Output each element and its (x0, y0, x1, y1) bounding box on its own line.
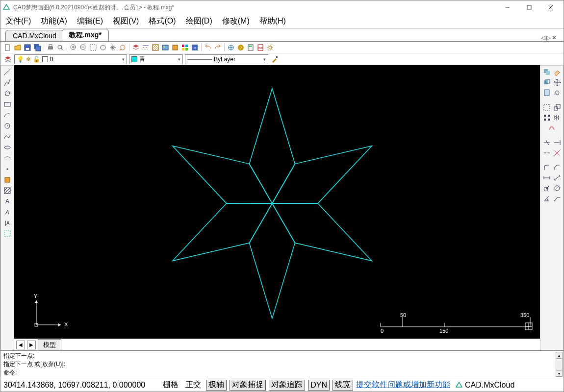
dimension-linear-icon[interactable] (542, 173, 551, 182)
scale-icon[interactable] (553, 103, 562, 112)
dimension-radius-icon[interactable] (542, 184, 551, 193)
spline-tool-icon[interactable] (3, 132, 12, 141)
dyn-toggle[interactable]: DYN (308, 380, 330, 391)
mirror-icon[interactable] (553, 113, 562, 122)
circle-tool-icon[interactable] (3, 122, 12, 130)
copy-clip-icon[interactable] (542, 68, 551, 76)
properties-icon[interactable] (180, 43, 189, 52)
regen-icon[interactable] (118, 43, 127, 52)
maximize-button[interactable] (518, 0, 540, 14)
settings-icon[interactable] (266, 43, 275, 52)
chamfer-icon[interactable] (553, 163, 562, 172)
rotate-icon[interactable] (553, 88, 562, 97)
grid-toggle[interactable]: 栅格 (161, 380, 180, 391)
offset-icon[interactable] (547, 123, 556, 132)
menu-format[interactable]: 格式(O) (147, 15, 178, 27)
break-icon[interactable] (542, 148, 551, 157)
help-icon[interactable]: ? (236, 43, 245, 52)
open-file-icon[interactable] (13, 43, 22, 52)
drawing-canvas[interactable]: X Y 0 50 150 350 (14, 65, 540, 339)
extend-icon[interactable] (553, 138, 562, 147)
point-tool-icon[interactable] (3, 165, 12, 173)
leader-icon[interactable] (553, 194, 562, 203)
hatch-tool-icon[interactable] (3, 186, 12, 195)
zoom-realtime-icon[interactable] (99, 43, 107, 52)
linetype-icon[interactable] (141, 43, 150, 52)
explode-icon[interactable] (553, 148, 562, 157)
menu-edit[interactable]: 编辑(E) (75, 15, 105, 27)
polar-toggle[interactable]: 极轴 (206, 380, 227, 391)
ellipse-arc-tool-icon[interactable] (3, 154, 12, 163)
otrack-toggle[interactable]: 对象追踪 (269, 380, 305, 391)
export-icon[interactable] (227, 43, 235, 52)
color-dropdown[interactable]: 青 ▾ (129, 54, 183, 64)
trim-icon[interactable] (542, 138, 551, 147)
linetype-dropdown[interactable]: ByLayer ▾ (185, 54, 268, 64)
block-insert-icon[interactable] (3, 175, 12, 184)
model-tab[interactable]: 模型 (38, 339, 61, 351)
scroll-up-icon[interactable]: ▴ (556, 352, 563, 359)
rectangle-tool-icon[interactable] (3, 100, 12, 109)
match-properties-icon[interactable] (270, 55, 279, 64)
layer-dropdown[interactable]: 💡 ❄ 🔓 0 ▾ (14, 54, 127, 64)
layout-next-icon[interactable]: ▶ (27, 341, 36, 349)
calculator-icon[interactable] (246, 43, 255, 52)
save-dwg-icon[interactable]: D (190, 43, 199, 52)
region-tool-icon[interactable] (3, 229, 12, 238)
pan-icon[interactable] (108, 43, 117, 52)
ortho-toggle[interactable]: 正交 (183, 380, 203, 391)
menu-function[interactable]: 功能(A) (39, 15, 69, 27)
command-line-area[interactable]: 指定下一点: 指定下一点 或[放弃(U)]: 命令: ▴ ▾ (0, 350, 564, 378)
erase-icon[interactable] (553, 68, 562, 76)
tab-scroll-left-icon[interactable]: ◁ (541, 34, 545, 41)
copy-icon[interactable] (542, 78, 551, 87)
dimension-diameter-icon[interactable] (553, 184, 562, 193)
pdf-icon[interactable]: PDF (256, 43, 265, 52)
layout-prev-icon[interactable]: ◀ (16, 341, 25, 349)
menu-file[interactable]: 文件(F) (3, 15, 33, 27)
osnap-toggle[interactable]: 对象捕捉 (230, 380, 266, 391)
tab-close-icon[interactable]: ✕ (552, 34, 557, 41)
arc-tool-icon[interactable] (3, 111, 12, 120)
zoom-out-icon[interactable] (79, 43, 88, 52)
undo-icon[interactable] (204, 43, 212, 52)
paste-icon[interactable] (542, 88, 551, 97)
layer-stack-icon[interactable] (3, 55, 12, 64)
zoom-extents-icon[interactable] (69, 43, 78, 52)
select-window-icon[interactable] (542, 103, 551, 112)
lineweight-toggle[interactable]: 线宽 (333, 380, 353, 391)
dimension-aligned-icon[interactable] (553, 173, 562, 182)
print-icon[interactable] (46, 43, 55, 52)
mtext-tool-icon[interactable]: A (3, 208, 12, 217)
ellipse-tool-icon[interactable] (3, 143, 12, 152)
redo-icon[interactable] (213, 43, 222, 52)
document-tab-current[interactable]: 教程.mxg* (62, 29, 109, 41)
scroll-down-icon[interactable]: ▾ (556, 370, 563, 377)
minimize-button[interactable] (497, 0, 518, 14)
image-icon[interactable] (161, 43, 170, 52)
fillet-icon[interactable] (542, 163, 551, 172)
zoom-window-icon[interactable] (89, 43, 98, 52)
move-icon[interactable] (553, 78, 562, 87)
menu-view[interactable]: 视图(V) (111, 15, 141, 27)
close-button[interactable] (540, 0, 562, 14)
menu-draw[interactable]: 绘图(D) (184, 15, 214, 27)
layer-manager-icon[interactable] (131, 43, 140, 52)
print-preview-icon[interactable] (56, 43, 65, 52)
polyline-tool-icon[interactable] (3, 78, 12, 87)
dimension-angular-icon[interactable] (542, 194, 551, 203)
menu-modify[interactable]: 修改(M) (220, 15, 252, 27)
document-tab-cloud[interactable]: CAD.MxCloud (5, 30, 64, 41)
save-icon[interactable] (23, 43, 32, 52)
hatch-icon[interactable] (151, 43, 160, 52)
feedback-link[interactable]: 提交软件问题或增加新功能 (356, 380, 450, 390)
line-tool-icon[interactable] (3, 68, 12, 76)
polygon-tool-icon[interactable] (3, 89, 12, 98)
save-all-icon[interactable] (33, 43, 42, 52)
tab-scroll-right-icon[interactable]: ▷ (546, 34, 551, 41)
array-icon[interactable] (542, 113, 551, 122)
multiline-text-icon[interactable]: |A (3, 219, 12, 227)
block-icon[interactable] (171, 43, 179, 52)
new-file-icon[interactable] (3, 43, 12, 52)
text-tool-icon[interactable]: A (3, 197, 12, 206)
